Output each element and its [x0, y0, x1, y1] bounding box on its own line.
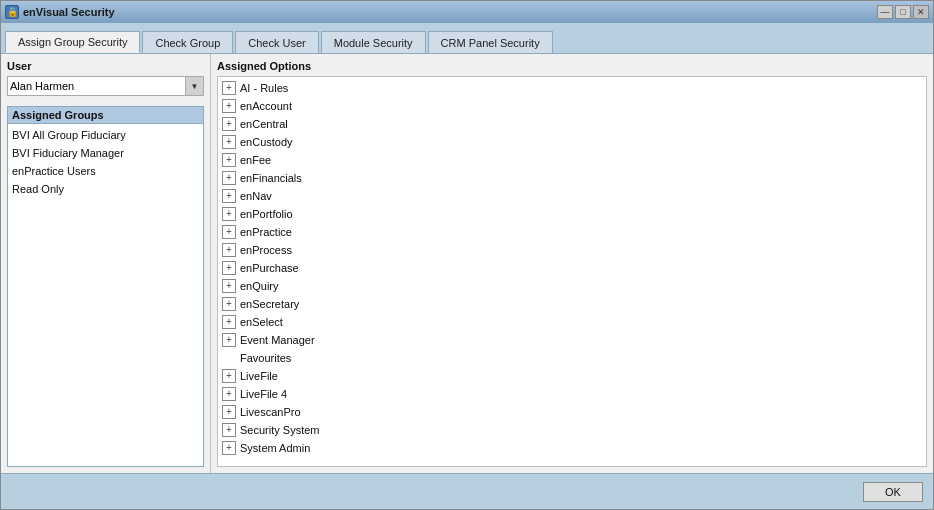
title-buttons: — □ ✕ — [877, 5, 929, 19]
expand-icon[interactable]: + — [222, 333, 236, 347]
expand-icon[interactable]: + — [222, 387, 236, 401]
expand-icon[interactable]: + — [222, 207, 236, 221]
expand-icon[interactable]: + — [222, 99, 236, 113]
user-label: User — [7, 60, 204, 72]
option-item[interactable]: +enNav — [218, 187, 926, 205]
option-label: LiveFile — [240, 368, 278, 384]
option-item[interactable]: +enFinancials — [218, 169, 926, 187]
option-label: enNav — [240, 188, 272, 204]
expand-icon[interactable]: + — [222, 189, 236, 203]
option-label: Event Manager — [240, 332, 315, 348]
option-item[interactable]: +enPractice — [218, 223, 926, 241]
assigned-groups-list: BVI All Group FiduciaryBVI Fiduciary Man… — [7, 123, 204, 467]
option-label: LiveFile 4 — [240, 386, 287, 402]
assigned-options-label: Assigned Options — [217, 60, 927, 72]
option-label: enAccount — [240, 98, 292, 114]
expand-icon[interactable]: + — [222, 423, 236, 437]
option-item[interactable]: +enSecretary — [218, 295, 926, 313]
option-item[interactable]: +enProcess — [218, 241, 926, 259]
right-panel: Assigned Options +AI - Rules+enAccount+e… — [211, 54, 933, 473]
expand-icon[interactable]: + — [222, 279, 236, 293]
option-item[interactable]: +LiveFile — [218, 367, 926, 385]
title-bar-left: 🔒 enVisual Security — [5, 5, 115, 19]
option-item[interactable]: +enFee — [218, 151, 926, 169]
title-bar: 🔒 enVisual Security — □ ✕ — [1, 1, 933, 23]
tab-check-group[interactable]: Check Group — [142, 31, 233, 53]
expand-icon[interactable]: + — [222, 405, 236, 419]
option-label: enSelect — [240, 314, 283, 330]
option-label: enPortfolio — [240, 206, 293, 222]
option-label: Favourites — [240, 350, 291, 366]
option-label: enSecretary — [240, 296, 299, 312]
minimize-button[interactable]: — — [877, 5, 893, 19]
option-label: enFinancials — [240, 170, 302, 186]
option-item[interactable]: +enPurchase — [218, 259, 926, 277]
group-item[interactable]: enPractice Users — [8, 162, 203, 180]
tab-module-security[interactable]: Module Security — [321, 31, 426, 53]
tab-check-user[interactable]: Check User — [235, 31, 318, 53]
option-item[interactable]: +Event Manager — [218, 331, 926, 349]
tab-crm-panel-security[interactable]: CRM Panel Security — [428, 31, 553, 53]
close-button[interactable]: ✕ — [913, 5, 929, 19]
option-item[interactable]: +Security System — [218, 421, 926, 439]
expand-icon[interactable]: + — [222, 117, 236, 131]
ok-button[interactable]: OK — [863, 482, 923, 502]
option-item[interactable]: +enAccount — [218, 97, 926, 115]
option-label: enProcess — [240, 242, 292, 258]
option-item[interactable]: +enCentral — [218, 115, 926, 133]
option-item[interactable]: +enSelect — [218, 313, 926, 331]
option-label: enPractice — [240, 224, 292, 240]
expand-icon[interactable]: + — [222, 81, 236, 95]
option-item[interactable]: +enPortfolio — [218, 205, 926, 223]
group-item[interactable]: BVI All Group Fiduciary — [8, 126, 203, 144]
main-content: User Alan Harmen ▼ Assigned Groups BVI A… — [1, 53, 933, 473]
group-item[interactable]: Read Only — [8, 180, 203, 198]
expand-icon[interactable]: + — [222, 153, 236, 167]
expand-icon[interactable]: + — [222, 225, 236, 239]
tabs-bar: Assign Group Security Check Group Check … — [1, 23, 933, 53]
expand-icon[interactable]: + — [222, 315, 236, 329]
footer: OK — [1, 473, 933, 509]
window-title: enVisual Security — [23, 6, 115, 18]
left-panel: User Alan Harmen ▼ Assigned Groups BVI A… — [1, 54, 211, 473]
option-label: LivescanPro — [240, 404, 301, 420]
assigned-groups-label: Assigned Groups — [7, 106, 204, 123]
option-item[interactable]: +enQuiry — [218, 277, 926, 295]
option-item[interactable]: +enCustody — [218, 133, 926, 151]
option-label: System Admin — [240, 440, 310, 456]
user-select[interactable]: Alan Harmen — [7, 76, 186, 96]
option-label: enCentral — [240, 116, 288, 132]
app-icon: 🔒 — [5, 5, 19, 19]
group-item[interactable]: BVI Fiduciary Manager — [8, 144, 203, 162]
option-item[interactable]: Favourites — [218, 349, 926, 367]
user-select-container: Alan Harmen ▼ — [7, 76, 204, 96]
options-list: +AI - Rules+enAccount+enCentral+enCustod… — [217, 76, 927, 467]
expand-icon[interactable]: + — [222, 135, 236, 149]
option-label: Security System — [240, 422, 319, 438]
maximize-button[interactable]: □ — [895, 5, 911, 19]
expand-icon[interactable]: + — [222, 297, 236, 311]
option-label: AI - Rules — [240, 80, 288, 96]
option-label: enPurchase — [240, 260, 299, 276]
option-label: enQuiry — [240, 278, 279, 294]
option-item[interactable]: +AI - Rules — [218, 79, 926, 97]
option-label: enFee — [240, 152, 271, 168]
option-item[interactable]: +LiveFile 4 — [218, 385, 926, 403]
option-label: enCustody — [240, 134, 293, 150]
expand-icon[interactable]: + — [222, 441, 236, 455]
dropdown-arrow-icon[interactable]: ▼ — [186, 76, 204, 96]
main-window: 🔒 enVisual Security — □ ✕ Assign Group S… — [0, 0, 934, 510]
option-item[interactable]: +System Admin — [218, 439, 926, 457]
expand-icon[interactable]: + — [222, 243, 236, 257]
expand-icon[interactable]: + — [222, 261, 236, 275]
option-item[interactable]: +LivescanPro — [218, 403, 926, 421]
expand-icon[interactable]: + — [222, 369, 236, 383]
expand-icon[interactable]: + — [222, 171, 236, 185]
tab-assign-group-security[interactable]: Assign Group Security — [5, 31, 140, 53]
